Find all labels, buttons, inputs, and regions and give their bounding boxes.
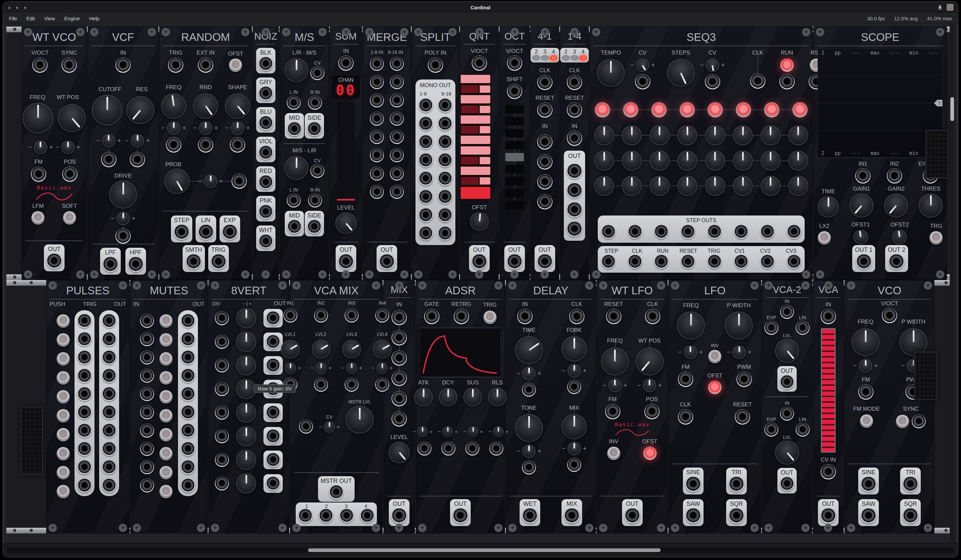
out1-jack[interactable] [856, 254, 871, 270]
fm-jack[interactable] [858, 384, 874, 400]
sus-attenuverter[interactable] [463, 426, 483, 437]
wtpos-knob[interactable] [58, 104, 86, 132]
shape-attenuverter[interactable] [225, 121, 250, 135]
clk-jack[interactable] [750, 74, 765, 89]
module-split[interactable]: SPLIT POLY IN MONO OUT 1-8 9-16 [412, 27, 459, 280]
ofst-knob[interactable] [470, 212, 489, 231]
jack[interactable] [390, 185, 404, 199]
in-jack[interactable] [140, 369, 154, 383]
time-attenuverter[interactable] [517, 367, 541, 380]
step-3-button[interactable] [541, 55, 549, 61]
in-jack[interactable] [140, 424, 154, 438]
jack[interactable] [419, 135, 433, 149]
saw-jack[interactable] [861, 508, 876, 523]
module-random[interactable]: RANDOM TRIG EXT IN OFST FREQ RND [159, 27, 252, 280]
out-jack[interactable] [181, 424, 195, 438]
out-jack[interactable] [338, 254, 354, 270]
mute-button[interactable] [159, 333, 173, 347]
blk-jack[interactable] [259, 57, 273, 71]
gate-led-button[interactable] [680, 102, 695, 117]
sine-jack[interactable] [686, 477, 701, 492]
step-2-button[interactable] [562, 55, 570, 61]
menu-file[interactable]: File [9, 16, 17, 21]
module-qnt[interactable]: QNT V/OCT [460, 27, 499, 280]
sus-cv-jack[interactable] [465, 441, 479, 456]
tempo-cv-jack[interactable] [635, 74, 650, 90]
jack[interactable] [370, 93, 384, 108]
mix-attenuverter[interactable] [562, 442, 587, 455]
in4-jack[interactable] [537, 194, 553, 210]
tone-attenuverter[interactable] [517, 444, 541, 458]
cv3-knob[interactable] [622, 176, 642, 196]
jack[interactable] [390, 148, 404, 162]
soft-button[interactable] [63, 211, 76, 225]
trig-jack[interactable] [77, 332, 92, 346]
reset-jack[interactable] [537, 103, 553, 118]
reset-jack[interactable] [567, 103, 582, 118]
out-jack[interactable] [102, 460, 116, 474]
smth-jack[interactable] [186, 254, 201, 270]
red-jack[interactable] [259, 175, 273, 189]
out-jack[interactable] [266, 477, 280, 491]
lpf-jack[interactable] [103, 257, 118, 272]
lx2-button[interactable] [818, 231, 831, 244]
poly-out-jack[interactable] [379, 254, 395, 270]
prob-cv-jack[interactable] [231, 173, 247, 189]
octave-cell[interactable] [505, 105, 524, 113]
gain-knob[interactable] [236, 308, 256, 328]
cv3-knob[interactable] [677, 176, 697, 196]
jack[interactable] [419, 190, 433, 204]
trig-jack[interactable] [77, 442, 92, 456]
module-1-4[interactable]: 1-4 234 CLK RESET IN OUT [560, 27, 589, 280]
out-jack[interactable] [472, 254, 487, 270]
mstr-cv-attenuverter[interactable] [319, 421, 340, 433]
key-f-sharp[interactable] [460, 125, 480, 135]
key-e[interactable] [460, 146, 491, 155]
horizontal-scrollbar[interactable] [7, 548, 954, 553]
push-button[interactable] [56, 314, 70, 327]
gate-led-button[interactable] [707, 102, 723, 117]
dcy-cv-jack[interactable] [442, 441, 455, 456]
key-f[interactable] [460, 135, 491, 144]
thres-knob[interactable] [919, 194, 943, 218]
tray-close-icon[interactable]: × [947, 4, 953, 11]
in-jack[interactable] [140, 350, 154, 364]
jack[interactable] [390, 167, 404, 181]
freq-knob[interactable] [677, 311, 705, 340]
cv1-attenuverter[interactable] [280, 363, 301, 374]
key-c-active[interactable] [460, 186, 491, 199]
push-button[interactable] [56, 466, 70, 479]
cutoff-cv-jack[interactable] [101, 152, 116, 167]
run-jack[interactable] [779, 74, 795, 90]
drive-attenuverter[interactable] [111, 212, 135, 225]
encode-cv-jack[interactable] [310, 66, 324, 80]
viol-jack[interactable] [259, 146, 273, 160]
cv3-out-jack[interactable] [787, 255, 801, 269]
cv2-attenuverter[interactable] [310, 363, 331, 374]
time-knob[interactable] [515, 336, 543, 364]
vertical-scrollbar[interactable] [950, 24, 955, 543]
gain-knob[interactable] [236, 379, 256, 399]
rnd-attenuverter[interactable] [193, 121, 218, 135]
step-jack[interactable] [174, 225, 189, 240]
cv4-attenuverter[interactable] [372, 363, 393, 374]
wet-jack[interactable] [522, 508, 538, 523]
in-jack[interactable] [392, 411, 407, 427]
module-8vert[interactable]: 8VERT 10V − | + OUT [209, 280, 289, 533]
mstr-out-jack[interactable] [329, 485, 343, 499]
tone-cv-jack[interactable] [522, 461, 536, 475]
octave-cell[interactable] [505, 165, 524, 173]
cv2-knob[interactable] [788, 151, 808, 171]
step-out-jack[interactable] [601, 225, 615, 239]
in3-jack[interactable] [537, 174, 553, 189]
gate-led-button[interactable] [623, 102, 638, 117]
decode-cv-jack[interactable] [310, 164, 324, 178]
freq-attenuverter[interactable] [28, 141, 53, 154]
jack[interactable] [419, 208, 433, 222]
saw-jack[interactable] [686, 508, 701, 523]
push-button[interactable] [56, 409, 70, 422]
in-jack[interactable] [116, 58, 131, 73]
step-jack[interactable] [601, 255, 615, 269]
module-vca-2[interactable]: VCA-2 IN EXP LIN LVL OUT IN EXP LIN LVL [762, 280, 812, 533]
mstr-cv-jack[interactable] [299, 420, 313, 434]
